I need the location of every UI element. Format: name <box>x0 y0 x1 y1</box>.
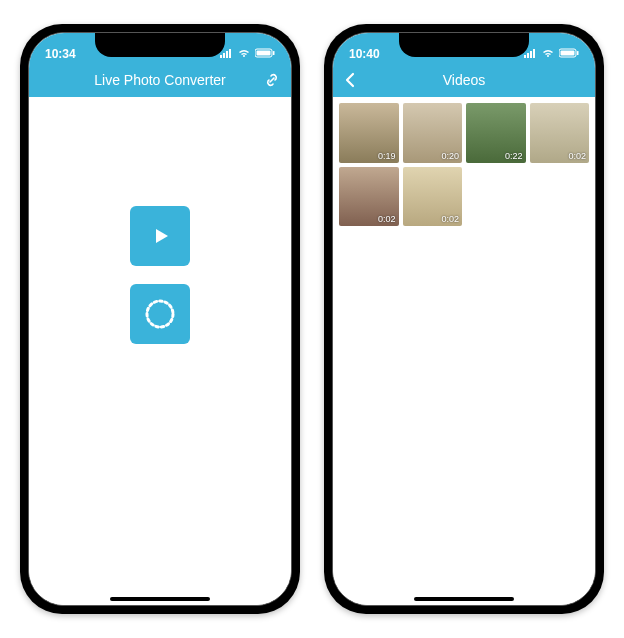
svg-rect-1 <box>257 51 271 56</box>
wifi-icon <box>237 47 251 61</box>
action-buttons <box>130 206 190 344</box>
svg-point-3 <box>147 301 173 327</box>
video-grid: 0:19 0:20 0:22 0:02 0:02 0:02 <box>333 97 595 232</box>
video-thumbnail[interactable]: 0:02 <box>403 167 463 227</box>
battery-icon <box>559 47 579 61</box>
nav-bar: Videos <box>333 63 595 97</box>
video-duration: 0:20 <box>441 151 459 161</box>
live-photo-icon <box>142 296 178 332</box>
status-time: 10:40 <box>349 47 389 61</box>
video-thumbnail[interactable]: 0:02 <box>339 167 399 227</box>
status-indicators <box>219 47 275 61</box>
svg-rect-2 <box>273 51 275 55</box>
back-button[interactable] <box>343 71 357 89</box>
battery-icon <box>255 47 275 61</box>
status-indicators <box>523 47 579 61</box>
notch <box>399 33 529 57</box>
main-content: 0:19 0:20 0:22 0:02 0:02 0:02 <box>333 97 595 605</box>
link-icon <box>263 71 281 89</box>
svg-rect-6 <box>577 51 579 55</box>
chevron-left-icon <box>343 71 357 89</box>
phone-screen: 10:34 Live Photo Converter <box>28 32 292 606</box>
play-button[interactable] <box>130 206 190 266</box>
wifi-icon <box>541 47 555 61</box>
video-duration: 0:22 <box>505 151 523 161</box>
status-time: 10:34 <box>45 47 85 61</box>
phone-mockup-right: 10:40 Videos 0:19 <box>324 24 604 614</box>
nav-title: Live Photo Converter <box>94 72 226 88</box>
notch <box>95 33 225 57</box>
svg-rect-5 <box>561 51 575 56</box>
phone-mockup-left: 10:34 Live Photo Converter <box>20 24 300 614</box>
link-button[interactable] <box>263 71 281 89</box>
nav-title: Videos <box>443 72 486 88</box>
play-icon <box>147 223 173 249</box>
home-indicator[interactable] <box>414 597 514 601</box>
video-thumbnail[interactable]: 0:22 <box>466 103 526 163</box>
video-duration: 0:19 <box>378 151 396 161</box>
video-duration: 0:02 <box>378 214 396 224</box>
video-thumbnail[interactable]: 0:19 <box>339 103 399 163</box>
nav-bar: Live Photo Converter <box>29 63 291 97</box>
video-thumbnail[interactable]: 0:02 <box>530 103 590 163</box>
video-duration: 0:02 <box>568 151 586 161</box>
live-photo-button[interactable] <box>130 284 190 344</box>
video-duration: 0:02 <box>441 214 459 224</box>
phone-screen: 10:40 Videos 0:19 <box>332 32 596 606</box>
main-content <box>29 97 291 605</box>
home-indicator[interactable] <box>110 597 210 601</box>
video-thumbnail[interactable]: 0:20 <box>403 103 463 163</box>
